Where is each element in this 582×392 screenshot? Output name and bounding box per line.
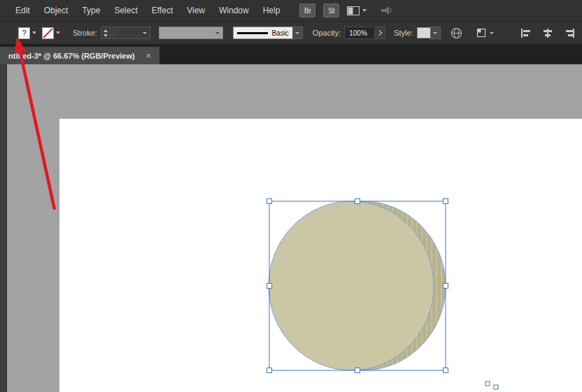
artwork-layer (0, 64, 582, 392)
stroke-weight-label: Stroke: (73, 29, 97, 37)
chevron-right-icon (376, 30, 382, 36)
fill-color-control[interactable]: ? (18, 27, 36, 39)
bridge-button[interactable]: Br (299, 3, 315, 17)
menu-window[interactable]: Window (212, 0, 256, 21)
arrange-documents-icon (347, 6, 360, 15)
selection-handle[interactable] (485, 382, 490, 386)
transform-icon (476, 28, 487, 38)
chevron-down-icon (295, 32, 299, 34)
partial-selection-marks (485, 382, 498, 389)
chevron-down-icon (433, 32, 437, 34)
stroke-color-control[interactable] (42, 27, 60, 39)
brush-definition-control[interactable]: Basic (233, 27, 303, 39)
menu-object[interactable]: Object (37, 0, 76, 21)
fill-swatch[interactable]: ? (18, 27, 30, 39)
align-left-icon[interactable] (520, 29, 532, 38)
selection-handle[interactable] (267, 284, 272, 289)
selection-handle[interactable] (443, 284, 448, 289)
align-buttons (520, 29, 582, 38)
illustrator-window: { "menu": { "items": ["Edit", "Object", … (0, 0, 582, 392)
app-bar-icons: Br St (299, 3, 392, 17)
align-right-icon[interactable] (564, 29, 575, 38)
tab-close-button[interactable]: × (146, 51, 151, 61)
arrange-documents-button[interactable] (347, 6, 367, 15)
canvas-area[interactable] (0, 64, 582, 392)
chevron-down-icon (490, 32, 494, 34)
brush-dropdown-button[interactable] (292, 27, 303, 39)
basic-brush-stroke-preview (237, 32, 269, 34)
brush-name-label: Basic (271, 29, 288, 37)
variable-width-profile-dropdown[interactable] (159, 27, 223, 39)
menu-help[interactable]: Help (256, 0, 288, 21)
graphic-style-swatch[interactable] (417, 27, 431, 38)
document-tab[interactable]: ntitled-3* @ 66.67% (RGB/Preview) × (0, 47, 159, 64)
menu-type[interactable]: Type (75, 0, 107, 21)
none-slash-icon (43, 28, 53, 38)
menu-bar: Edit Object Type Select Effect View Wind… (0, 0, 582, 21)
chevron-down-icon (362, 9, 367, 12)
stepper-down-icon[interactable] (104, 34, 108, 37)
selection-handle[interactable] (355, 368, 360, 373)
share-icon (380, 6, 392, 16)
menu-effect[interactable]: Effect (145, 0, 180, 21)
document-tab-title: ntitled-3* @ 66.67% (RGB/Preview) (8, 52, 135, 60)
selection-handle[interactable] (355, 199, 360, 204)
menu-view[interactable]: View (180, 0, 212, 21)
opacity-input[interactable]: 100% (344, 27, 375, 39)
document-setup-globe-icon[interactable] (450, 27, 462, 39)
chevron-down-icon[interactable] (143, 32, 147, 34)
stock-button[interactable]: St (323, 3, 339, 17)
chevron-down-icon[interactable] (32, 31, 36, 34)
stroke-none-swatch[interactable] (42, 27, 54, 39)
brush-definition-dropdown[interactable]: Basic (233, 27, 293, 39)
selection-handle[interactable] (267, 199, 272, 204)
stroke-weight-combo[interactable] (113, 27, 150, 39)
graphic-style-control[interactable] (417, 27, 441, 39)
selection-handle[interactable] (267, 368, 272, 373)
chevron-down-icon[interactable] (215, 32, 220, 34)
style-dropdown-button[interactable] (430, 27, 441, 39)
menu-select[interactable]: Select (107, 0, 144, 21)
control-bar: ? Stroke: Basic Opacity: 100% Style: (0, 21, 582, 45)
transform-menu-button[interactable] (476, 28, 494, 38)
menu-edit[interactable]: Edit (8, 0, 37, 21)
style-label: Style: (394, 29, 413, 37)
selection-handle[interactable] (443, 199, 448, 204)
selection-handle[interactable] (494, 385, 498, 389)
circle-front-face[interactable] (269, 201, 434, 370)
selection-handle[interactable] (443, 368, 448, 373)
stepper-up-icon[interactable] (104, 29, 108, 32)
opacity-expand-button[interactable] (374, 27, 385, 39)
stroke-weight-stepper[interactable] (101, 27, 111, 39)
document-tab-bar: ntitled-3* @ 66.67% (RGB/Preview) × (0, 45, 582, 64)
align-center-icon[interactable] (542, 29, 553, 38)
opacity-label: Opacity: (313, 29, 341, 37)
chevron-down-icon[interactable] (56, 31, 60, 34)
